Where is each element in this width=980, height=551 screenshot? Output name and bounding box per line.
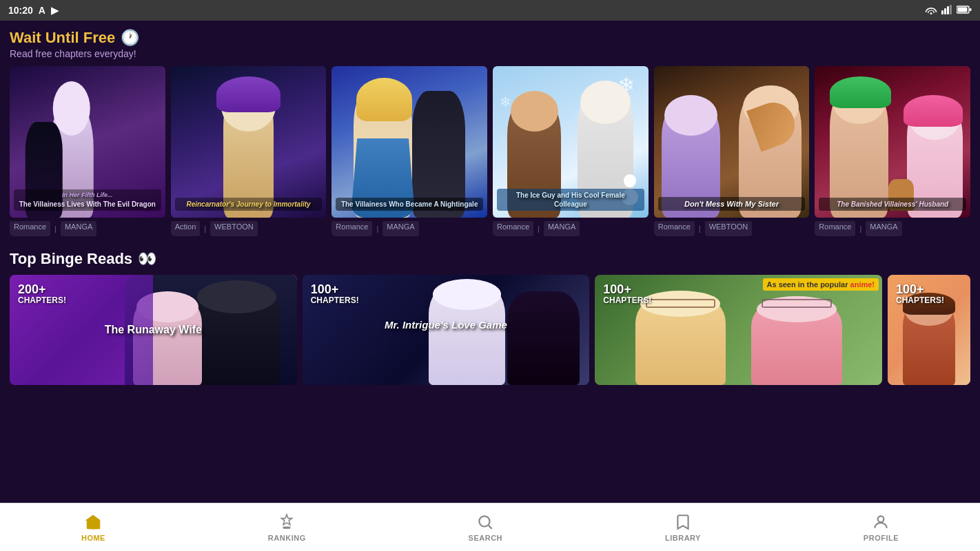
play-icon: ▶ <box>51 5 59 16</box>
svg-rect-0 <box>941 10 943 14</box>
binge-card-2[interactable]: 100+ CHAPTERS! Mr. Intrigue's Love Game <box>303 275 590 385</box>
profile-label: PROFILE <box>864 534 899 542</box>
nav-ranking[interactable]: RANKING <box>254 509 320 546</box>
section-subtitle: Read free chapters everyday! <box>10 48 970 59</box>
main-content: Wait Until Free 🕐 Read free chapters eve… <box>0 21 980 503</box>
binge-reads-header: Top Binge Reads 👀 <box>10 250 970 268</box>
comic-card-6[interactable]: The Banished Villainess' Husband Romance… <box>815 66 970 236</box>
comic-1-tags: Romance | MANGA <box>10 221 165 236</box>
binge-card-3[interactable]: 100+ CHAPTERS! As seen in the popular an… <box>595 275 882 385</box>
type-tag: WEBTOON <box>210 221 258 236</box>
genre-tag: Romance <box>815 221 855 236</box>
type-tag: WEBTOON <box>705 221 753 236</box>
binge-2-badge: 100+ CHAPTERS! <box>311 283 359 305</box>
binge-4-badge: 100+ CHAPTERS! <box>896 283 944 305</box>
comic-3-tags: Romance | MANGA <box>331 221 487 236</box>
section-title-wait: Wait Until Free 🕐 <box>10 29 970 47</box>
search-icon <box>476 513 494 531</box>
accessibility-icon: A <box>39 5 45 16</box>
status-left: 10:20 A ▶ <box>8 5 59 16</box>
binge-card-1[interactable]: 200+ CHAPTERS! The Runaway Wife <box>10 275 297 385</box>
library-label: LIBRARY <box>665 534 701 542</box>
time-display: 10:20 <box>8 5 33 16</box>
eyes-icon: 👀 <box>138 250 156 268</box>
profile-icon <box>872 513 890 531</box>
comic-4-tags: Romance | MANGA <box>493 221 649 236</box>
comic-6-tags: Romance | MANGA <box>815 221 970 236</box>
svg-rect-7 <box>91 523 96 529</box>
nav-profile[interactable]: PROFILE <box>850 509 912 546</box>
clock-icon: 🕐 <box>121 29 139 47</box>
svg-rect-1 <box>944 8 946 14</box>
genre-tag: Romance <box>493 221 533 236</box>
signal-icon <box>941 5 952 17</box>
ranking-icon <box>278 513 296 531</box>
binge-card-4[interactable]: 100+ CHAPTERS! <box>888 275 970 385</box>
nav-search[interactable]: SEARCH <box>455 509 516 546</box>
genre-tag: Romance <box>331 221 372 236</box>
svg-rect-5 <box>958 7 968 12</box>
comic-card-3[interactable]: The Villainess Who Became A Nightingale … <box>331 66 487 236</box>
svg-rect-6 <box>970 8 972 11</box>
svg-point-11 <box>878 516 884 522</box>
comic-card-4[interactable]: ❄ ❄ The Ice Guy and His Cool F <box>493 66 649 236</box>
wifi-icon <box>925 5 937 17</box>
binge-row: 200+ CHAPTERS! The Runaway Wife 100+ CHA… <box>10 275 970 385</box>
genre-tag: Action <box>171 221 201 236</box>
type-tag: MANGA <box>544 221 580 236</box>
type-tag: MANGA <box>61 221 96 236</box>
comic-2-tags: Action | WEBTOON <box>171 221 327 236</box>
library-icon <box>674 513 692 531</box>
comic-5-tags: Romance | WEBTOON <box>654 221 810 236</box>
binge-3-badge: 100+ CHAPTERS! <box>603 283 651 305</box>
svg-rect-8 <box>283 526 291 528</box>
binge-1-badge: 200+ CHAPTERS! <box>18 283 66 305</box>
home-label: HOME <box>81 534 105 542</box>
comics-row: In Her Fifth Life... The Villainess Live… <box>10 66 970 236</box>
wait-until-free-header: Wait Until Free 🕐 Read free chapters eve… <box>10 29 970 59</box>
genre-tag: Romance <box>654 221 695 236</box>
svg-point-9 <box>480 516 490 526</box>
genre-tag: Romance <box>10 221 50 236</box>
battery-icon <box>957 6 972 16</box>
status-right <box>925 5 972 17</box>
nav-library[interactable]: LIBRARY <box>651 509 715 546</box>
comic-card-1[interactable]: In Her Fifth Life... The Villainess Live… <box>10 66 165 236</box>
comic-card-5[interactable]: Don't Mess With My Sister Romance | WEBT… <box>654 66 810 236</box>
home-icon <box>84 513 102 531</box>
bottom-nav: HOME RANKING SEARCH LIBRARY <box>0 503 980 551</box>
ranking-label: RANKING <box>268 534 306 542</box>
svg-rect-2 <box>947 6 949 14</box>
wait-title-text: Wait Until Free <box>10 29 115 47</box>
type-tag: MANGA <box>382 221 418 236</box>
svg-line-10 <box>489 525 492 528</box>
nav-home[interactable]: HOME <box>68 509 119 546</box>
status-bar: 10:20 A ▶ <box>0 0 980 21</box>
svg-rect-3 <box>950 5 952 14</box>
type-tag: MANGA <box>866 221 901 236</box>
binge-reads-title: Top Binge Reads <box>10 250 132 268</box>
search-label: SEARCH <box>469 534 502 542</box>
comic-card-2[interactable]: Reincarnator's Journey to Immortality Ac… <box>171 66 327 236</box>
